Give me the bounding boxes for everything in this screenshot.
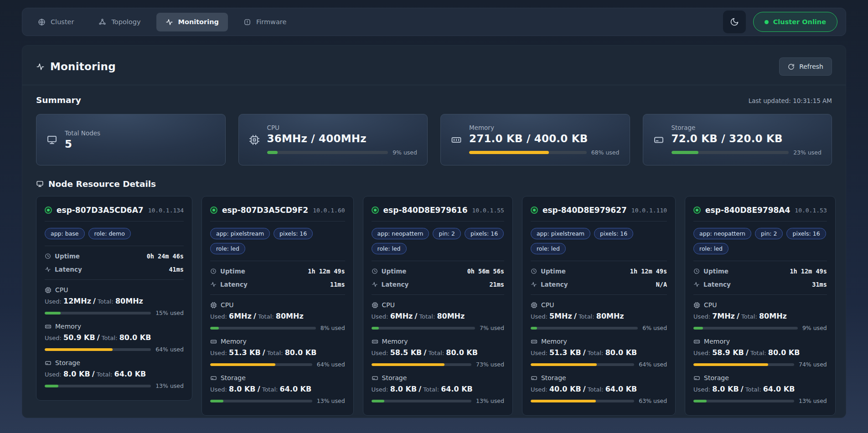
moon-icon [730,17,739,26]
monitor-icon [46,134,57,145]
progress-fill [372,400,385,402]
tab-cluster[interactable]: Cluster [29,13,83,31]
progress-row: 73% used [372,361,504,368]
info-icon [243,18,251,26]
node-tag: app: pixelstream [531,228,590,239]
node-name: esp-840D8E9798A4 [705,206,790,215]
page-title: Monitoring [36,61,116,72]
node-card: esp-840D8E97962710.0.1.110app: pixelstre… [522,196,676,416]
activity-icon [45,266,51,273]
summary-card-body: Memory271.0 KB / 400.0 KB68% used [469,124,620,156]
progress-track [45,385,151,387]
node-card-header: esp-807D3A5CD9F210.0.1.60 [210,206,345,215]
tab-monitoring[interactable]: Monitoring [156,13,228,31]
uptime-row: Uptime1h 12m 49s [531,268,667,275]
node-tag: role: led [693,243,728,254]
memory-section: MemoryUsed: 58.5 KB / Total: 80.0 KB73% … [372,338,504,368]
storage-used-value: 8.0 KB [390,385,417,393]
progress-fill [45,312,61,314]
cpu-icon [210,302,217,309]
summary-card-label: Total Nodes [65,129,215,137]
progress-row: 13% used [372,397,504,404]
theme-toggle-button[interactable] [723,10,746,33]
separator: / [258,385,260,393]
latency-value: N/A [656,281,667,288]
uptime-row: Uptime0h 56m 56s [372,268,504,275]
last-updated-label: Last updated: 10:31:15 AM [749,97,832,104]
status-dot-icon [765,20,769,24]
uptime-value: 0h 24m 46s [147,253,184,260]
node-tag: app: pixelstream [210,228,270,239]
summary-card-storage: Storage72.0 KB / 320.0 KB23% used [643,114,832,165]
cpu-used-value: 7MHz [712,312,735,320]
node-card: esp-807D3A5CD9F210.0.1.60app: pixelstrea… [202,196,354,416]
uptime-label: Uptime [531,268,566,275]
activity-icon [210,281,217,288]
progress-fill [531,363,597,366]
uptime-label: Uptime [693,268,728,275]
storage-section-label: Storage [372,374,504,381]
node-card-header: esp-840D8E97961610.0.1.55 [372,206,504,215]
divider [210,221,345,222]
cpu-total-value: 80MHz [759,312,787,320]
memory-usage-text: Used: 51.3 KB / Total: 80.0 KB [531,348,667,357]
cpu-total-value: 80MHz [276,312,304,320]
progress-row: 63% used [531,397,667,404]
node-name: esp-840D8E979627 [542,206,627,215]
divider [693,261,827,261]
progress-fill [372,363,444,366]
progress-track [531,363,634,366]
header-divider [22,85,846,85]
storage-usage-text: Used: 8.0 KB / Total: 64.0 KB [210,385,345,393]
cpu-used-value: 5MHz [549,312,572,320]
progress-row: 68% used [469,149,620,156]
latency-label: Latency [531,281,568,288]
node-ip: 10.0.1.55 [472,207,504,214]
memory-used-value: 50.9 KB [63,333,95,342]
storage-total-value: 64.0 KB [605,385,637,393]
node-tag: pixels: 16 [786,228,826,239]
divider [531,221,667,222]
status-badge-label: Cluster Online [773,18,826,26]
node-tag: app: neopattern [372,228,429,239]
tab-label: Cluster [51,18,74,26]
tab-firmware[interactable]: Firmware [234,13,295,31]
tab-topology[interactable]: Topology [89,13,150,31]
cpu-usage-text: Used: 6MHz / Total: 80MHz [372,312,504,320]
storage-usage-text: Used: 40.0 KB / Total: 64.0 KB [531,385,667,393]
storage-icon [45,360,52,366]
percent-used-label: 64% used [639,361,667,368]
progress-track [45,312,151,314]
cpu-section-label: CPU [45,286,184,294]
storage-icon [653,134,664,145]
progress-fill [531,327,537,330]
cpu-section-label: CPU [693,301,827,309]
progress-track [693,400,794,402]
summary-card-label: Memory [469,124,620,131]
divider [531,294,667,295]
refresh-button[interactable]: Refresh [779,57,832,76]
node-tag: pin: 2 [433,228,460,239]
divider [693,294,827,295]
node-card-header: esp-840D8E9798A410.0.1.53 [693,206,827,215]
cpu-section-label: CPU [531,301,667,309]
progress-fill [469,151,549,154]
storage-used-value: 8.0 KB [63,370,90,378]
progress-track [210,400,312,402]
memory-used-value: 58.5 KB [390,348,422,357]
node-tag: pixels: 16 [274,228,313,239]
cpu-used-value: 6MHz [390,312,413,320]
percent-used-label: 13% used [317,397,345,404]
memory-total-value: 80.0 KB [119,333,151,342]
percent-used-label: 73% used [476,361,504,368]
node-tags: app: neopatternpin: 2pixels: 16role: led [372,228,504,254]
memory-icon [210,338,217,345]
cpu-used-value: 6MHz [229,312,252,320]
percent-used-label: 13% used [155,382,184,389]
separator: / [92,370,95,378]
page-title-text: Monitoring [50,61,116,72]
node-tag: role: led [372,243,407,254]
cpu-usage-text: Used: 7MHz / Total: 80MHz [693,312,827,320]
percent-used-label: 6% used [642,325,667,331]
progress-row: 8% used [210,325,345,331]
